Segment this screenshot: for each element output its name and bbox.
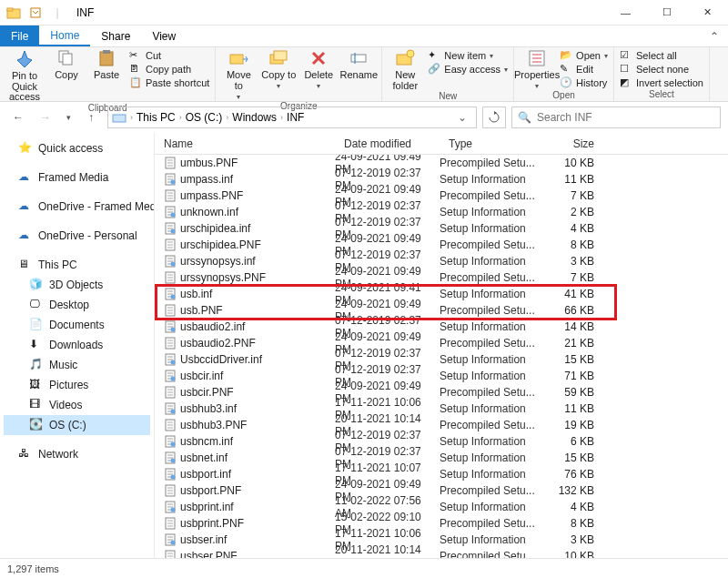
nav-3d-objects[interactable]: 🧊3D Objects <box>4 275 150 295</box>
recent-dropdown[interactable]: ▾ <box>62 106 75 128</box>
nav-desktop[interactable]: 🖵Desktop <box>4 295 150 315</box>
refresh-button[interactable] <box>482 106 506 128</box>
file-row[interactable]: usbncm.inf07-12-2019 02:37 PMSetup Infor… <box>155 433 728 450</box>
qat-down-icon[interactable] <box>25 3 46 23</box>
file-row[interactable]: usbport.PNF24-09-2021 09:49 PMPrecompile… <box>155 482 728 499</box>
ribbon-collapse-button[interactable]: ⌃ <box>701 25 728 46</box>
edit-button[interactable]: ✎Edit <box>560 63 608 76</box>
file-row[interactable]: usb.PNF24-09-2021 09:49 PMPrecompiled Se… <box>155 302 728 319</box>
file-row[interactable]: usbaudio2.PNF24-09-2021 09:49 PMPrecompi… <box>155 335 728 351</box>
nav-videos[interactable]: 🎞Videos <box>4 395 150 415</box>
file-size: 4 KB <box>541 501 605 513</box>
cut-button[interactable]: ✂Cut <box>129 49 209 62</box>
copy-path-icon: 🖹 <box>129 63 142 76</box>
paste-button[interactable]: Paste <box>89 49 124 80</box>
file-row[interactable]: usbnet.inf07-12-2019 02:37 PMSetup Infor… <box>155 450 728 466</box>
delete-button[interactable]: Delete▾ <box>301 49 336 90</box>
nav-downloads[interactable]: ⬇Downloads <box>4 335 150 355</box>
file-row[interactable]: usbhub3.inf17-11-2021 10:06 PMSetup Info… <box>155 401 728 417</box>
file-pane: Name Date modified Type Size umbus.PNF24… <box>155 133 728 558</box>
copy-to-button[interactable]: Copy to▾ <box>261 49 296 90</box>
nav-network[interactable]: 🖧Network <box>4 444 150 464</box>
file-row[interactable]: usbser.inf17-11-2021 10:06 PMSetup Infor… <box>155 532 728 548</box>
pin-label: Pin to Quick access <box>5 71 44 103</box>
breadcrumb-part[interactable]: OS (C:) <box>186 111 223 124</box>
file-row[interactable]: urssynopsys.PNF24-09-2021 09:49 PMPrecom… <box>155 269 728 286</box>
file-size: 19 KB <box>541 419 605 431</box>
back-button[interactable]: ← <box>7 106 29 128</box>
file-name: usb.inf <box>180 288 212 300</box>
file-row[interactable]: unknown.inf07-12-2019 02:37 PMSetup Info… <box>155 204 728 220</box>
file-row[interactable]: usbcir.inf07-12-2019 02:37 PMSetup Infor… <box>155 368 728 384</box>
col-date[interactable]: Date modified <box>335 137 440 150</box>
search-box[interactable]: 🔍 <box>511 106 721 128</box>
tab-file[interactable]: File <box>0 25 39 46</box>
select-none-button[interactable]: ☐Select none <box>620 63 703 76</box>
nav-this-pc[interactable]: 🖥This PC <box>4 255 150 275</box>
ribbon-tabs: File Home Share View ⌃ <box>0 25 728 47</box>
file-row[interactable]: usbprint.inf11-02-2022 07:56 AMSetup Inf… <box>155 499 728 515</box>
new-folder-button[interactable]: New folder <box>388 49 422 91</box>
file-row[interactable]: umbus.PNF24-09-2021 09:49 PMPrecompiled … <box>155 155 728 171</box>
maximize-button[interactable]: ☐ <box>646 0 687 25</box>
chevron-right-icon[interactable]: › <box>177 113 184 122</box>
file-row[interactable]: usbprint.PNF15-02-2022 09:10 PMPrecompil… <box>155 515 728 532</box>
nav-pictures[interactable]: 🖼Pictures <box>4 375 150 395</box>
forward-button[interactable]: → <box>35 106 56 128</box>
nav-documents[interactable]: 📄Documents <box>4 315 150 335</box>
file-row[interactable]: UsbccidDriver.inf07-12-2019 02:37 PMSetu… <box>155 351 728 368</box>
history-button[interactable]: 🕑History <box>560 76 608 89</box>
chevron-right-icon[interactable]: › <box>224 113 230 122</box>
copy-path-button[interactable]: 🖹Copy path <box>129 63 209 76</box>
close-button[interactable]: ✕ <box>687 0 728 25</box>
breadcrumb-part[interactable]: Windows <box>232 111 277 124</box>
chevron-right-icon[interactable]: › <box>128 113 135 122</box>
chevron-right-icon[interactable]: › <box>278 113 285 122</box>
properties-button[interactable]: Properties▾ <box>520 49 554 90</box>
new-item-button[interactable]: ✦New item▾ <box>428 49 508 62</box>
invert-selection-button[interactable]: ◩Invert selection <box>620 76 703 89</box>
rename-button[interactable]: Rename <box>341 49 376 80</box>
tab-share[interactable]: Share <box>90 25 141 46</box>
col-name[interactable]: Name <box>155 137 335 150</box>
search-input[interactable] <box>537 111 714 124</box>
file-row[interactable]: usbport.inf17-11-2021 10:07 PMSetup Info… <box>155 466 728 482</box>
nav-framed-media[interactable]: ☁Framed Media <box>4 167 150 188</box>
up-button[interactable]: ↑ <box>80 106 102 128</box>
nav-music[interactable]: 🎵Music <box>4 355 150 375</box>
tab-view[interactable]: View <box>141 25 187 46</box>
file-row[interactable]: urschipidea.inf07-12-2019 02:37 PMSetup … <box>155 220 728 237</box>
copy-button[interactable]: Copy <box>49 49 84 80</box>
col-type[interactable]: Type <box>440 137 541 150</box>
file-row[interactable]: usbaudio2.inf07-12-2019 02:37 PMSetup In… <box>155 319 728 335</box>
pin-button[interactable]: Pin to Quick access <box>5 49 44 103</box>
file-row[interactable]: usbhub3.PNF20-11-2021 10:14 PMPrecompile… <box>155 417 728 433</box>
file-row[interactable]: usbcir.PNF24-09-2021 09:49 PMPrecompiled… <box>155 384 728 401</box>
easy-access-button[interactable]: 🔗Easy access▾ <box>428 63 508 76</box>
nav-onedrive-personal[interactable]: ☁OneDrive - Personal <box>4 226 150 246</box>
breadcrumb-dropdown[interactable]: ⌄ <box>452 111 472 124</box>
move-to-button[interactable]: Move to▾ <box>221 49 256 101</box>
breadcrumb-part[interactable]: This PC <box>136 111 176 124</box>
svg-rect-5 <box>100 52 113 66</box>
nav-os-c[interactable]: 💽OS (C:) <box>4 415 150 435</box>
breadcrumb-part[interactable]: INF <box>287 111 304 124</box>
col-size[interactable]: Size <box>541 137 605 150</box>
nav-quick-access[interactable]: ⭐Quick access <box>4 138 150 158</box>
file-row[interactable]: usbser.PNF20-11-2021 10:14 PMPrecompiled… <box>155 548 728 558</box>
file-size: 4 KB <box>541 222 605 235</box>
file-row[interactable]: umpass.PNF24-09-2021 09:49 PMPrecompiled… <box>155 188 728 204</box>
select-all-button[interactable]: ☑Select all <box>620 49 703 62</box>
file-row[interactable]: urssynopsys.inf07-12-2019 02:37 PMSetup … <box>155 253 728 269</box>
svg-point-47 <box>171 475 176 480</box>
paste-shortcut-button[interactable]: 📋Paste shortcut <box>129 76 209 89</box>
nav-onedrive-framed[interactable]: ☁OneDrive - Framed Media <box>4 197 150 217</box>
breadcrumb[interactable]: › This PC › OS (C:) › Windows › INF ⌄ <box>107 106 477 128</box>
file-row[interactable]: usb.inf24-09-2021 09:41 PMSetup Informat… <box>155 286 728 302</box>
file-row[interactable]: urschipidea.PNF24-09-2021 09:49 PMPrecom… <box>155 237 728 253</box>
file-list[interactable]: umbus.PNF24-09-2021 09:49 PMPrecompiled … <box>155 155 728 558</box>
tab-home[interactable]: Home <box>39 25 90 46</box>
open-button[interactable]: 📂Open▾ <box>560 49 608 62</box>
file-row[interactable]: umpass.inf07-12-2019 02:37 PMSetup Infor… <box>155 171 728 188</box>
minimize-button[interactable]: — <box>605 0 646 25</box>
